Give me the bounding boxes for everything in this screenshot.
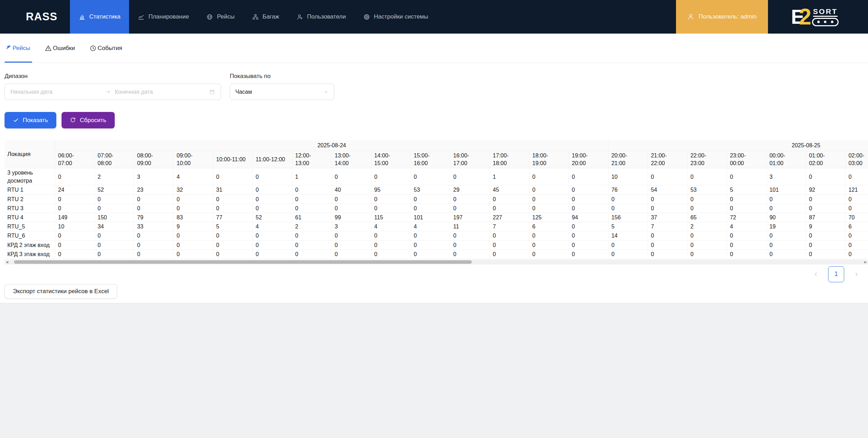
table-row: RTU 3000000000000000000000 (5, 204, 868, 213)
horizontal-scrollbar[interactable]: ◀ ▶ (5, 260, 868, 264)
value-cell: 29 (450, 185, 490, 195)
globe-icon (206, 14, 213, 20)
time-column-header: 20:00- 21:00 (609, 151, 648, 168)
value-cell: 0 (490, 231, 529, 240)
bar-chart-icon (79, 14, 85, 20)
value-cell: 83 (174, 213, 213, 222)
pagination-page-1[interactable]: 1 (828, 266, 844, 282)
time-column-header: 00:00- 01:00 (767, 151, 806, 168)
value-cell: 61 (292, 213, 332, 222)
value-cell: 101 (411, 213, 450, 222)
value-cell: 2 (292, 222, 332, 231)
value-cell: 0 (846, 195, 868, 204)
tab-clock[interactable]: События (90, 34, 122, 63)
value-cell: 11 (450, 222, 490, 231)
value-cell: 0 (609, 250, 648, 259)
value-cell: 0 (292, 185, 332, 195)
value-cell: 0 (648, 195, 688, 204)
value-cell: 227 (490, 213, 529, 222)
value-cell: 0 (134, 195, 174, 204)
scroll-left-arrow[interactable]: ◀ (5, 260, 9, 264)
value-cell: 0 (411, 195, 450, 204)
value-cell: 0 (411, 231, 450, 240)
nav-item-line-chart[interactable]: Планирование (129, 0, 198, 34)
value-cell: 0 (371, 250, 411, 259)
logo-right-block: SORT (812, 8, 839, 26)
value-cell: 14 (609, 231, 648, 240)
value-cell: 115 (371, 213, 411, 222)
value-cell: 79 (134, 213, 174, 222)
value-cell: 2 (95, 168, 134, 185)
time-column-header: 21:00- 22:00 (648, 151, 688, 168)
value-cell: 4 (371, 222, 411, 231)
value-cell: 7 (490, 222, 529, 231)
value-cell: 0 (411, 250, 450, 259)
start-date-placeholder[interactable]: Начальная дата (10, 89, 101, 95)
date-range-input[interactable]: Начальная дата Конечная дата (5, 84, 221, 100)
value-cell: 4 (253, 222, 292, 231)
value-cell: 101 (767, 185, 806, 195)
time-column-header: 23:00- 00:00 (727, 151, 767, 168)
value-cell: 0 (806, 168, 846, 185)
tab-warning[interactable]: Ошибки (45, 34, 75, 63)
app-header: RASS СтатистикаПланированиеРейсыБагажПол… (0, 0, 868, 34)
time-column-header: 17:00- 18:00 (490, 151, 529, 168)
value-cell: 0 (490, 195, 529, 204)
user-badge[interactable]: Пользователь: admin (676, 0, 768, 34)
export-excel-button[interactable]: Экспорт статистики рейсов в Excel (5, 284, 117, 299)
value-cell: 0 (174, 195, 213, 204)
show-by-select[interactable]: Часам (230, 84, 334, 100)
range-label: Дипазон (5, 73, 221, 80)
value-cell: 33 (134, 222, 174, 231)
reset-button[interactable]: Сбросить (62, 112, 115, 128)
value-cell: 53 (411, 185, 450, 195)
value-cell: 0 (332, 195, 371, 204)
time-column-header: 19:00- 20:00 (569, 151, 609, 168)
value-cell: 7 (648, 222, 688, 231)
nav-item-gear[interactable]: Настройки системы (355, 0, 437, 34)
nav-item-user-add[interactable]: Пользователи (288, 0, 355, 34)
value-cell: 0 (253, 204, 292, 213)
value-cell: 0 (332, 231, 371, 240)
scrollbar-thumb[interactable] (14, 260, 472, 264)
value-cell: 0 (55, 241, 95, 250)
value-cell: 19 (767, 222, 806, 231)
value-cell: 0 (767, 195, 806, 204)
value-cell: 0 (174, 241, 213, 250)
value-cell: 0 (490, 250, 529, 259)
nav-item-bar-chart[interactable]: Статистика (70, 0, 129, 34)
chevron-down-icon (323, 89, 329, 95)
value-cell: 0 (332, 168, 371, 185)
nav-item-globe[interactable]: Рейсы (198, 0, 243, 34)
action-buttons: Показать Сбросить (5, 112, 863, 128)
nav-item-label: Планирование (148, 13, 189, 20)
value-cell: 87 (806, 213, 846, 222)
value-cell: 0 (806, 204, 846, 213)
value-cell: 5 (727, 185, 767, 195)
scroll-right-arrow[interactable]: ▶ (863, 260, 868, 264)
time-column-header: 22:00- 23:00 (688, 151, 727, 168)
nav-item-label: Настройки системы (374, 13, 428, 20)
value-cell: 0 (253, 195, 292, 204)
tab-bird[interactable]: Рейсы (5, 34, 30, 63)
value-cell: 0 (648, 250, 688, 259)
value-cell: 0 (846, 241, 868, 250)
date-group-header: 2025-08-25 (609, 140, 868, 151)
pagination-prev-icon[interactable] (813, 271, 819, 277)
value-cell: 0 (688, 241, 727, 250)
value-cell: 0 (688, 195, 727, 204)
value-cell: 0 (134, 204, 174, 213)
pagination-next-icon[interactable] (853, 271, 860, 277)
nav-item-cluster[interactable]: Багаж (243, 0, 288, 34)
show-button-label: Показать (23, 117, 48, 124)
table-row: RTU 414915079837752619911510119722712594… (5, 213, 868, 222)
time-column-header: 15:00- 16:00 (411, 151, 450, 168)
value-cell: 0 (609, 195, 648, 204)
show-button[interactable]: Показать (5, 112, 56, 128)
table-row: КРД 2 этаж вход000000000000000000000 (5, 241, 868, 250)
value-cell: 0 (371, 241, 411, 250)
end-date-placeholder[interactable]: Конечная дата (115, 89, 205, 95)
value-cell: 72 (727, 213, 767, 222)
row-location: RTU 1 (5, 185, 55, 195)
value-cell: 0 (253, 241, 292, 250)
